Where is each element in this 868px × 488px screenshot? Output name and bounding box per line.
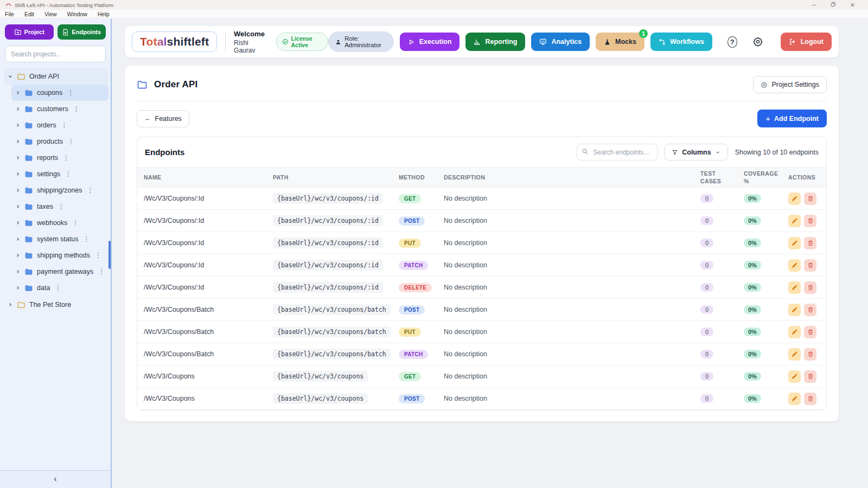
sidebar-folder-coupons[interactable]: coupons ⋮ xyxy=(11,85,108,101)
kebab-menu-icon[interactable]: ⋮ xyxy=(72,219,79,227)
coverage-badge: 0% xyxy=(744,283,761,292)
endpoint-description: No description xyxy=(437,195,694,202)
minimize-icon[interactable]: ─ xyxy=(812,2,816,8)
method-badge: PATCH xyxy=(399,350,428,359)
delete-endpoint-button[interactable] xyxy=(804,259,816,272)
test-cases-badge: 0 xyxy=(700,194,713,203)
project-button[interactable]: Project xyxy=(5,24,54,40)
sidebar-collapse-button[interactable] xyxy=(0,470,111,488)
chevron-right-icon xyxy=(15,123,21,128)
menu-help[interactable]: Help xyxy=(98,11,110,17)
kebab-menu-icon[interactable]: ⋮ xyxy=(67,89,74,97)
delete-endpoint-button[interactable] xyxy=(804,370,816,383)
kebab-menu-icon[interactable]: ⋮ xyxy=(63,154,69,162)
sidebar-folder-shipping-methods[interactable]: shipping methods ⋮ xyxy=(11,247,108,264)
nav-execution-button[interactable]: Execution xyxy=(400,33,460,51)
close-icon[interactable]: ✕ xyxy=(850,2,855,8)
delete-endpoint-button[interactable] xyxy=(804,326,816,338)
endpoint-name: /Wc/V3/Coupons/:Id xyxy=(137,217,266,224)
delete-endpoint-button[interactable] xyxy=(804,237,816,249)
sidebar-folder-webhooks[interactable]: webhooks ⋮ xyxy=(11,215,108,231)
columns-button[interactable]: Columns xyxy=(664,144,727,160)
edit-endpoint-button[interactable] xyxy=(788,326,801,338)
sidebar-folder-settings[interactable]: settings ⋮ xyxy=(11,166,108,182)
kebab-menu-icon[interactable]: ⋮ xyxy=(68,138,74,145)
nav-mocks-button[interactable]: Mocks 1 xyxy=(596,33,644,51)
kebab-menu-icon[interactable]: ⋮ xyxy=(55,284,61,292)
tree-root-order-api[interactable]: Order API xyxy=(4,68,108,85)
kebab-menu-icon[interactable]: ⋮ xyxy=(58,203,65,210)
search-projects-input[interactable] xyxy=(5,46,106,62)
project-settings-button[interactable]: Project Settings xyxy=(753,76,827,93)
delete-endpoint-button[interactable] xyxy=(804,281,816,294)
edit-endpoint-button[interactable] xyxy=(788,348,801,361)
test-cases-badge: 0 xyxy=(700,328,713,336)
endpoint-name: /Wc/V3/Coupons xyxy=(137,373,266,380)
features-back-button[interactable]: ← Features xyxy=(137,110,189,127)
edit-endpoint-button[interactable] xyxy=(788,259,801,272)
edit-endpoint-button[interactable] xyxy=(788,370,801,383)
add-endpoint-button[interactable]: + Add Endpoint xyxy=(757,110,827,127)
folder-icon xyxy=(24,137,33,146)
endpoints-button[interactable]: Endpoints xyxy=(58,24,106,40)
edit-endpoint-button[interactable] xyxy=(788,281,801,294)
sidebar-folder-taxes[interactable]: taxes ⋮ xyxy=(11,198,108,215)
kebab-menu-icon[interactable]: ⋮ xyxy=(83,235,90,243)
role-badge: Role: Administrator xyxy=(328,31,394,52)
endpoint-row: /Wc/V3/Coupons/Batch {baseUrl}/wc/v3/cou… xyxy=(137,343,826,365)
sidebar-folder-reports[interactable]: reports ⋮ xyxy=(11,150,108,166)
nav-workflows-button[interactable]: Workflows xyxy=(650,33,712,51)
endpoint-path: {baseUrl}/wc/v3/coupons xyxy=(273,371,368,382)
trash-icon xyxy=(807,351,814,357)
kebab-menu-icon[interactable]: ⋮ xyxy=(98,268,105,275)
kebab-menu-icon[interactable]: ⋮ xyxy=(87,187,93,194)
nav-reporting-button[interactable]: Reporting xyxy=(465,33,525,51)
tree-root-pet-store[interactable]: The Pet Store xyxy=(4,297,108,313)
settings-gear-icon[interactable] xyxy=(752,36,763,47)
menu-file[interactable]: File xyxy=(5,11,14,17)
endpoint-path: {baseUrl}/wc/v3/coupons/batch xyxy=(273,326,391,337)
folder-icon xyxy=(24,219,33,227)
kebab-menu-icon[interactable]: ⋮ xyxy=(73,105,80,113)
kebab-menu-icon[interactable]: ⋮ xyxy=(95,252,101,259)
edit-endpoint-button[interactable] xyxy=(788,192,801,205)
maximize-icon[interactable] xyxy=(831,2,836,8)
delete-endpoint-button[interactable] xyxy=(804,393,816,405)
sidebar-folder-products[interactable]: products ⋮ xyxy=(11,133,108,150)
menu-window[interactable]: Window xyxy=(67,11,87,17)
test-cases-badge: 0 xyxy=(700,305,713,314)
sidebar-folder-payment-gateways[interactable]: payment gateways ⋮ xyxy=(11,264,108,280)
delete-endpoint-button[interactable] xyxy=(804,215,816,227)
sidebar-folder-customers[interactable]: customers ⋮ xyxy=(11,101,108,117)
sidebar-folder-shipping-zones[interactable]: shipping/zones ⋮ xyxy=(11,182,108,198)
search-endpoints-input[interactable] xyxy=(577,144,658,160)
chevron-left-icon xyxy=(52,476,59,483)
sidebar-folder-orders[interactable]: orders ⋮ xyxy=(11,117,108,133)
trash-icon xyxy=(807,329,814,335)
nav-analytics-button[interactable]: Analytics xyxy=(531,33,590,51)
edit-endpoint-button[interactable] xyxy=(788,304,801,316)
delete-endpoint-button[interactable] xyxy=(804,192,816,205)
edit-endpoint-button[interactable] xyxy=(788,215,801,227)
endpoint-description: No description xyxy=(437,373,694,380)
endpoint-name: /Wc/V3/Coupons/:Id xyxy=(137,195,266,202)
project-tree: Order API coupons ⋮ customers ⋮ orders ⋮ xyxy=(0,65,111,313)
kebab-menu-icon[interactable]: ⋮ xyxy=(65,170,72,178)
help-icon[interactable]: ? xyxy=(727,36,737,48)
sidebar-folder-system-status[interactable]: system status ⋮ xyxy=(11,231,108,247)
menu-view[interactable]: View xyxy=(44,11,57,17)
sidebar-scrollbar[interactable] xyxy=(108,241,111,269)
endpoint-row: /Wc/V3/Coupons/:Id {baseUrl}/wc/v3/coupo… xyxy=(137,232,826,254)
edit-endpoint-button[interactable] xyxy=(788,237,801,249)
edit-endpoint-button[interactable] xyxy=(788,393,801,405)
kebab-menu-icon[interactable]: ⋮ xyxy=(61,121,67,129)
folder-icon xyxy=(24,88,33,97)
endpoint-row: /Wc/V3/Coupons/:Id {baseUrl}/wc/v3/coupo… xyxy=(137,210,826,232)
col-name: NAME xyxy=(137,171,266,183)
sidebar-folder-data[interactable]: data ⋮ xyxy=(11,280,108,296)
menu-edit[interactable]: Edit xyxy=(24,11,34,17)
delete-endpoint-button[interactable] xyxy=(804,348,816,361)
method-badge: POST xyxy=(399,216,425,226)
logout-button[interactable]: Logout xyxy=(781,33,832,51)
delete-endpoint-button[interactable] xyxy=(804,304,816,316)
